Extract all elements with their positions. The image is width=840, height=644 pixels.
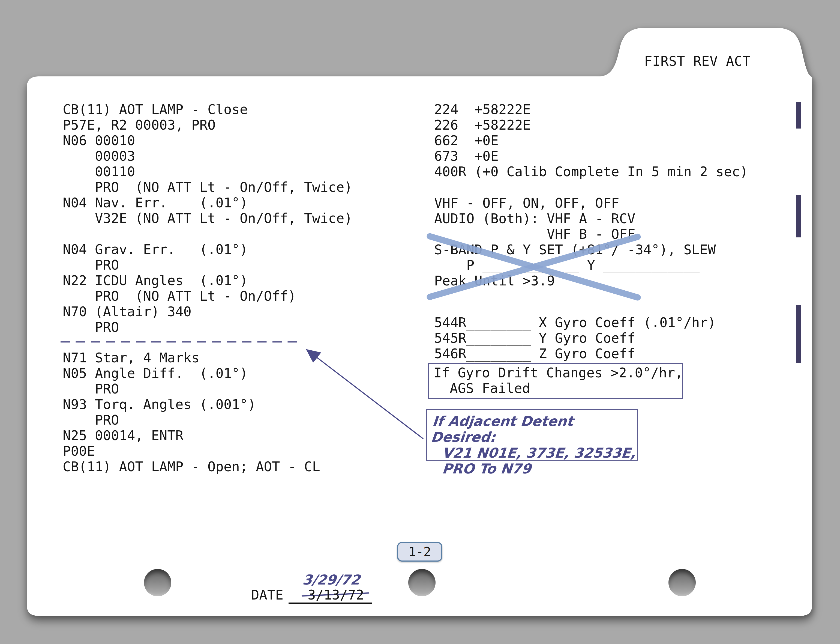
date-underline bbox=[288, 603, 372, 604]
checklist-left-block-middle: N04 Grav. Err. (.01°) PRO N22 ICDU Angle… bbox=[63, 242, 296, 335]
date-original-value: 3/13/72 bbox=[308, 587, 364, 603]
index-bar bbox=[796, 305, 801, 363]
tab-title: FIRST REV ACT bbox=[644, 54, 750, 69]
index-bar bbox=[796, 195, 801, 237]
date-label: DATE bbox=[251, 587, 283, 603]
checklist-left-block-top: CB(11) AOT LAMP - Close P57E, R2 00003, … bbox=[63, 102, 352, 226]
checklist-right-block-registers: 224 +58222E 226 +58222E 662 +0E 673 +0E … bbox=[434, 102, 748, 179]
handwritten-note-box: If Adjacent Detent Desired: V21 N01E, 37… bbox=[426, 409, 638, 461]
checklist-card-scan: FIRST REV ACT CB(11) AOT LAMP - Close P5… bbox=[0, 0, 840, 644]
handwritten-note-line: PRO To N79 bbox=[442, 461, 637, 477]
handwritten-note-line: V21 N01E, 373E, 32533E, bbox=[442, 445, 637, 461]
punch-hole bbox=[408, 569, 436, 596]
date-revised-value: 3/29/72 bbox=[302, 572, 361, 588]
checklist-left-block-bottom: N71 Star, 4 Marks N05 Angle Diff. (.01°)… bbox=[63, 350, 320, 475]
handwritten-note-line: If Adjacent Detent Desired: bbox=[431, 413, 637, 445]
gyro-drift-warning-box: If Gyro Drift Changes >2.0°/hr, AGS Fail… bbox=[427, 363, 683, 399]
checklist-right-block-comm: VHF - OFF, ON, OFF, OFF AUDIO (Both): VH… bbox=[434, 196, 716, 289]
punch-hole bbox=[144, 569, 171, 596]
page-number-badge: 1-2 bbox=[397, 542, 442, 562]
checklist-right-block-gyro: 544R________ X Gyro Coeff (.01°/hr) 545R… bbox=[434, 315, 716, 361]
gyro-drift-warning-text: If Gyro Drift Changes >2.0°/hr, AGS Fail… bbox=[434, 365, 687, 396]
page-number: 1-2 bbox=[408, 544, 431, 559]
punch-hole bbox=[668, 569, 696, 596]
index-bar bbox=[796, 102, 801, 128]
